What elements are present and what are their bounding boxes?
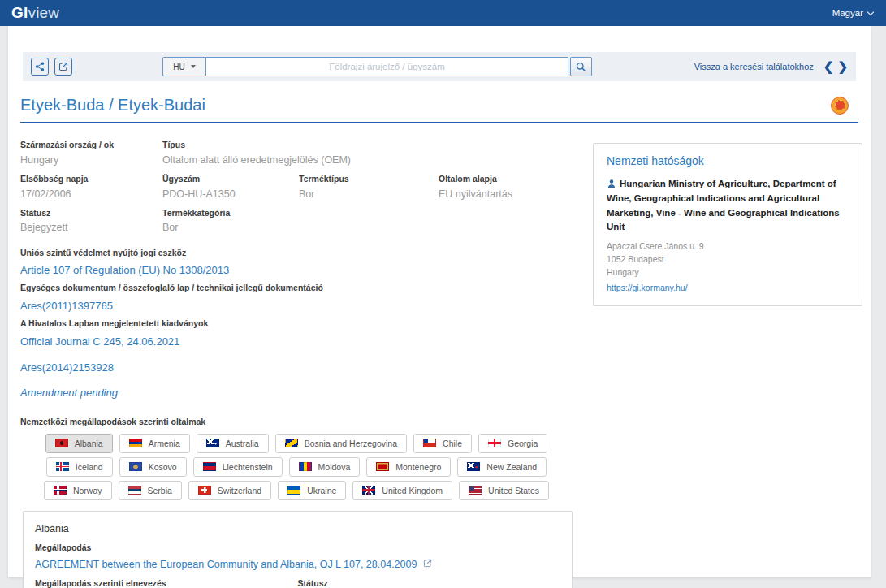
search-language-select[interactable]: HU: [162, 57, 206, 76]
legal-instrument-link[interactable]: Article 107 of Regulation (EU) No 1308/2…: [20, 264, 229, 276]
field-product-type: Terméktípus Bor: [299, 174, 439, 201]
country-button[interactable]: Georgia: [478, 434, 547, 453]
toolbar: HU Vissza a keresési találatokhoz ❮ ❯: [23, 52, 856, 81]
authority-name: Hungarian Ministry of Agriculture, Depar…: [607, 177, 849, 235]
country-button[interactable]: Montenegro: [366, 457, 451, 477]
agreement-grid: Megállapodás szerinti elnevezés Etyek-Bu…: [35, 578, 560, 588]
country-button[interactable]: Norway: [44, 481, 112, 500]
search-input[interactable]: [206, 57, 568, 76]
country-button[interactable]: Kosovo: [119, 457, 187, 477]
app-header: GIview Magyar: [0, 0, 886, 26]
country-name: Liechtenstein: [223, 462, 273, 472]
field-single-document: Egységes dokumentum / összefoglaló lap /…: [20, 283, 573, 313]
search-button[interactable]: [570, 57, 592, 76]
share-button[interactable]: [31, 58, 49, 76]
official-journal-link[interactable]: Official Journal C 245, 24.06.2021: [20, 335, 179, 348]
country-button[interactable]: Iceland: [46, 457, 113, 477]
country-flag-icon: [376, 462, 389, 471]
country-name: Iceland: [76, 462, 103, 472]
page-card: HU Vissza a keresési találatokhoz ❮ ❯ Et…: [8, 26, 871, 577]
country-name: Kosovo: [149, 462, 177, 472]
app-logo[interactable]: GIview: [11, 4, 59, 22]
country-name: Australia: [226, 439, 259, 448]
main-content: Származási ország / ok Hungary Típus Olt…: [8, 140, 871, 588]
language-label: Magyar: [832, 8, 863, 18]
amendment-pending-link[interactable]: Amendment pending: [20, 387, 573, 399]
previous-result-icon[interactable]: ❮: [823, 59, 834, 74]
ares-2014-link[interactable]: Ares(2014)2153928: [20, 361, 573, 374]
field-agreement-status: Státusz Megállapodás szerinti oltalom al…: [298, 578, 561, 588]
country-flag-icon: [55, 439, 68, 447]
result-pager: ❮ ❯: [823, 59, 848, 74]
field-protection-basis: Oltalom alapja EU nyilvántartás: [439, 174, 573, 201]
logo-bold: GI: [11, 4, 28, 21]
authority-address: Apáczai Csere János u. 9 1052 Budapest H…: [607, 240, 849, 279]
language-selector[interactable]: Magyar: [832, 8, 873, 18]
back-to-results-link[interactable]: Vissza a keresési találatokhoz: [694, 62, 814, 71]
field-spacer-r1: [439, 140, 573, 166]
country-button[interactable]: Switzerland: [188, 481, 271, 500]
pdo-logo-icon: [831, 97, 849, 115]
country-name: Norway: [73, 486, 102, 495]
country-button[interactable]: Ukraine: [278, 481, 346, 500]
field-agreement-name: Megállapodás szerinti elnevezés Etyek-Bu…: [35, 578, 298, 588]
logo-light: view: [28, 4, 59, 21]
country-flag-icon: [423, 439, 436, 447]
country-flag-icon: [198, 486, 211, 495]
single-document-link[interactable]: Ares(2011)1397765: [20, 300, 113, 312]
chevron-down-icon: [867, 8, 874, 15]
country-button[interactable]: Armenia: [119, 434, 190, 453]
field-type: Típus Oltalom alatt álló eredetmegjelölé…: [162, 140, 439, 166]
country-buttons: Albania Armenia Australia Bosnia: [20, 434, 573, 500]
country-name: New Zealand: [486, 462, 537, 472]
international-protections-label: Nemzetközi megállapodások szerinti oltal…: [20, 417, 573, 426]
agreement-panel: Albánia Megállapodás AGREEMENT between t…: [23, 511, 573, 588]
field-legal-instrument: Uniós szintű védelmet nyújtó jogi eszköz…: [20, 248, 573, 278]
country-button[interactable]: Liechtenstein: [193, 457, 283, 477]
country-flag-icon: [299, 462, 312, 471]
next-result-icon[interactable]: ❯: [837, 59, 848, 74]
field-product-category: Termékkategória Bor: [162, 208, 299, 235]
country-button[interactable]: Albania: [45, 434, 113, 453]
field-official-journal: A Hivatalos Lapban megjelentetett kiadvá…: [20, 318, 573, 399]
country-button[interactable]: Moldova: [289, 457, 361, 477]
sidebar-column: Nemzeti hatóságok Hungarian Ministry of …: [593, 143, 862, 306]
external-link-icon: [58, 62, 68, 71]
details-grid: Származási ország / ok Hungary Típus Olt…: [20, 140, 573, 242]
country-name: United Kingdom: [382, 486, 443, 495]
country-name: Armenia: [149, 439, 180, 448]
export-button[interactable]: [54, 58, 72, 76]
title-section: Etyek-Buda / Etyek-Budai: [20, 96, 858, 123]
field-origin: Származási ország / ok Hungary: [20, 140, 162, 166]
search-group: HU: [162, 57, 592, 76]
person-icon: [607, 179, 616, 188]
external-link-icon: [423, 559, 432, 568]
address-line-1: Apáczai Csere János u. 9: [607, 240, 849, 253]
title-divider: [20, 122, 858, 123]
country-button[interactable]: United Kingdom: [352, 481, 452, 500]
country-button[interactable]: New Zealand: [457, 457, 547, 477]
country-name: Georgia: [508, 439, 538, 448]
country-flag-icon: [129, 462, 142, 471]
country-flag-icon: [467, 462, 480, 471]
country-flag-icon: [206, 439, 219, 447]
authority-website-link[interactable]: https://gi.kormany.hu/: [607, 283, 688, 292]
agreement-link[interactable]: AGREEMENT between the European Community…: [35, 559, 417, 570]
country-button[interactable]: Australia: [197, 434, 269, 453]
country-flag-icon: [287, 486, 300, 495]
field-spacer-r3a: [299, 208, 439, 235]
country-button[interactable]: Serbia: [119, 481, 182, 500]
back-navigation: Vissza a keresési találatokhoz ❮ ❯: [694, 59, 848, 74]
agreement-country-title: Albánia: [35, 523, 560, 534]
country-button[interactable]: Bosnia and Herzegovina: [275, 434, 407, 453]
country-name: Switzerland: [218, 486, 261, 495]
details-column: Származási ország / ok Hungary Típus Olt…: [20, 140, 573, 588]
country-button[interactable]: Chile: [413, 434, 472, 453]
field-priority-date: Elsőbbség napja 17/02/2006: [20, 174, 162, 201]
page-title: Etyek-Buda / Etyek-Budai: [20, 96, 205, 115]
country-button[interactable]: United States: [459, 481, 549, 500]
country-flag-icon: [203, 462, 216, 471]
country-flag-icon: [285, 439, 298, 447]
national-authorities-title: Nemzeti hatóságok: [607, 154, 849, 167]
national-authorities-card: Nemzeti hatóságok Hungarian Ministry of …: [593, 143, 862, 306]
